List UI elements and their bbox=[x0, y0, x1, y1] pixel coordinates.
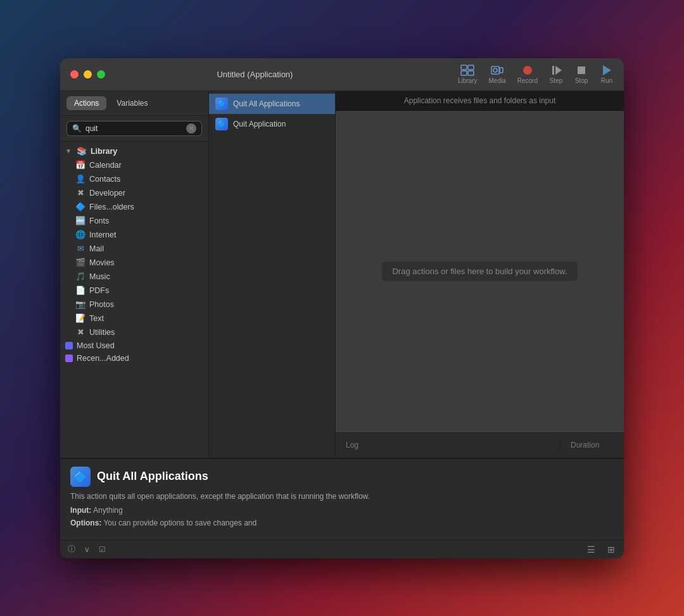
pdfs-icon: 📄 bbox=[75, 286, 86, 296]
bottom-panel: 🔷 Quit All Applications This action quit… bbox=[60, 458, 624, 540]
toolbar: Library Media Record bbox=[458, 65, 614, 84]
sidebar-item-text[interactable]: 📝 Text bbox=[60, 311, 208, 325]
result-quit-all[interactable]: 🔷 Quit All Applications bbox=[209, 94, 335, 114]
mail-label: Mail bbox=[89, 244, 104, 253]
library-header[interactable]: ▼ 📚 Library bbox=[60, 144, 208, 158]
bottom-action-icon: 🔷 bbox=[70, 467, 91, 487]
svg-rect-1 bbox=[468, 65, 474, 70]
developer-label: Developer bbox=[89, 189, 125, 198]
sidebar-item-fonts[interactable]: 🔤 Fonts bbox=[60, 214, 208, 228]
window-title: Untitled (Application) bbox=[60, 70, 458, 79]
quit-app-label: Quit Application bbox=[233, 120, 286, 129]
most-used-label: Most Used bbox=[77, 341, 115, 350]
bottom-input-meta: Input: Anything bbox=[70, 506, 614, 515]
tab-actions[interactable]: Actions bbox=[66, 96, 106, 110]
options-value: You can provide options to save changes … bbox=[103, 519, 256, 527]
clear-search-button[interactable]: ✕ bbox=[186, 123, 196, 134]
mail-icon: ✉ bbox=[75, 244, 86, 254]
svg-rect-0 bbox=[461, 65, 467, 70]
sidebar-item-movies[interactable]: 🎬 Movies bbox=[60, 256, 208, 270]
search-wrapper: 🔍 ✕ bbox=[66, 121, 202, 136]
sidebar-item-photos[interactable]: 📷 Photos bbox=[60, 298, 208, 311]
library-label: Library bbox=[458, 77, 478, 84]
developer-icon: ✖ bbox=[75, 188, 86, 198]
main-content: Actions Variables 🔍 ✕ ▼ 📚 Library bbox=[60, 91, 624, 458]
files-label: Files...olders bbox=[89, 203, 134, 211]
svg-rect-6 bbox=[500, 68, 503, 73]
result-quit-app[interactable]: 🔷 Quit Application bbox=[209, 114, 335, 134]
workflow-area: Application receives files and folders a… bbox=[336, 91, 624, 458]
run-button[interactable]: Run bbox=[600, 65, 614, 84]
quit-all-icon: 🔷 bbox=[215, 97, 228, 110]
sidebar-item-internet[interactable]: 🌐 Internet bbox=[60, 228, 208, 242]
sidebar-item-contacts[interactable]: 👤 Contacts bbox=[60, 172, 208, 186]
input-label: Input: bbox=[70, 506, 91, 515]
library-label-tree: Library bbox=[91, 147, 117, 156]
recent-added-icon bbox=[65, 355, 73, 362]
quit-all-label: Quit All Applications bbox=[233, 99, 300, 108]
bottom-footer: ⓘ ∨ ☑ ☰ ⊞ bbox=[60, 540, 624, 558]
run-icon bbox=[600, 65, 614, 76]
music-label: Music bbox=[89, 272, 110, 281]
fonts-label: Fonts bbox=[89, 217, 109, 225]
text-icon: 📝 bbox=[75, 313, 86, 324]
step-icon bbox=[549, 65, 563, 76]
footer-grid-view-button[interactable]: ⊞ bbox=[604, 544, 619, 555]
tab-variables[interactable]: Variables bbox=[109, 96, 155, 110]
calendar-label: Calendar bbox=[89, 161, 122, 170]
library-icon-tree: 📚 bbox=[77, 146, 87, 156]
duration-column-header: Duration bbox=[560, 441, 624, 449]
sidebar-item-utilities[interactable]: ✖ Utilities bbox=[60, 325, 208, 339]
sidebar-item-developer[interactable]: ✖ Developer bbox=[60, 186, 208, 200]
utilities-label: Utilities bbox=[89, 328, 115, 337]
sidebar-item-music[interactable]: 🎵 Music bbox=[60, 270, 208, 284]
text-label: Text bbox=[89, 314, 104, 323]
sidebar-item-most-used[interactable]: Most Used bbox=[60, 339, 208, 352]
sidebar-item-calendar[interactable]: 📅 Calendar bbox=[60, 158, 208, 172]
search-bar: 🔍 ✕ bbox=[60, 116, 208, 142]
stop-button[interactable]: Stop bbox=[574, 65, 588, 84]
search-icon: 🔍 bbox=[72, 124, 82, 133]
footer-left-icons: ⓘ ∨ ☑ bbox=[65, 543, 108, 556]
footer-right-icons: ☰ ⊞ bbox=[583, 544, 619, 555]
fonts-icon: 🔤 bbox=[75, 216, 86, 226]
sidebar-item-mail[interactable]: ✉ Mail bbox=[60, 242, 208, 256]
search-input[interactable] bbox=[86, 124, 182, 133]
record-icon bbox=[521, 65, 535, 76]
bottom-description: This action quits all open applications,… bbox=[70, 491, 614, 502]
calendar-icon: 📅 bbox=[75, 160, 86, 170]
workflow-canvas[interactable]: Drag actions or files here to build your… bbox=[336, 111, 624, 432]
search-results-panel: 🔷 Quit All Applications 🔷 Quit Applicati… bbox=[209, 91, 336, 458]
library-button[interactable]: Library bbox=[458, 65, 478, 84]
svg-rect-3 bbox=[468, 71, 474, 75]
sidebar-item-pdfs[interactable]: 📄 PDFs bbox=[60, 284, 208, 298]
svg-rect-2 bbox=[461, 71, 467, 75]
most-used-icon bbox=[65, 342, 73, 349]
footer-list-view-button[interactable]: ☰ bbox=[583, 544, 598, 555]
bottom-title-row: 🔷 Quit All Applications bbox=[70, 467, 614, 487]
record-label: Record bbox=[517, 77, 538, 84]
svg-rect-4 bbox=[491, 66, 499, 74]
footer-checkbox[interactable]: ☑ bbox=[96, 543, 108, 556]
files-icon: 🔷 bbox=[75, 202, 86, 212]
pdfs-label: PDFs bbox=[89, 286, 109, 295]
record-button[interactable]: Record bbox=[517, 65, 538, 84]
svg-point-5 bbox=[493, 68, 497, 72]
photos-icon: 📷 bbox=[75, 299, 86, 310]
workflow-header: Application receives files and folders a… bbox=[336, 91, 624, 111]
recent-added-label: Recen...Added bbox=[77, 354, 129, 363]
chevron-down-icon: ▼ bbox=[65, 148, 72, 154]
quit-app-icon: 🔷 bbox=[215, 118, 228, 130]
stop-label: Stop bbox=[575, 77, 588, 84]
bottom-options-meta: Options: You can provide options to save… bbox=[70, 519, 614, 527]
sidebar-item-files[interactable]: 🔷 Files...olders bbox=[60, 200, 208, 214]
media-button[interactable]: Media bbox=[489, 65, 506, 84]
step-button[interactable]: Step bbox=[549, 65, 563, 84]
options-label: Options: bbox=[70, 519, 101, 527]
utilities-icon: ✖ bbox=[75, 327, 86, 337]
footer-chevron-down[interactable]: ∨ bbox=[80, 543, 93, 556]
footer-info-button[interactable]: ⓘ bbox=[65, 543, 78, 556]
sidebar-item-recent-added[interactable]: Recen...Added bbox=[60, 352, 208, 365]
step-label: Step bbox=[550, 77, 563, 84]
photos-label: Photos bbox=[89, 300, 114, 309]
